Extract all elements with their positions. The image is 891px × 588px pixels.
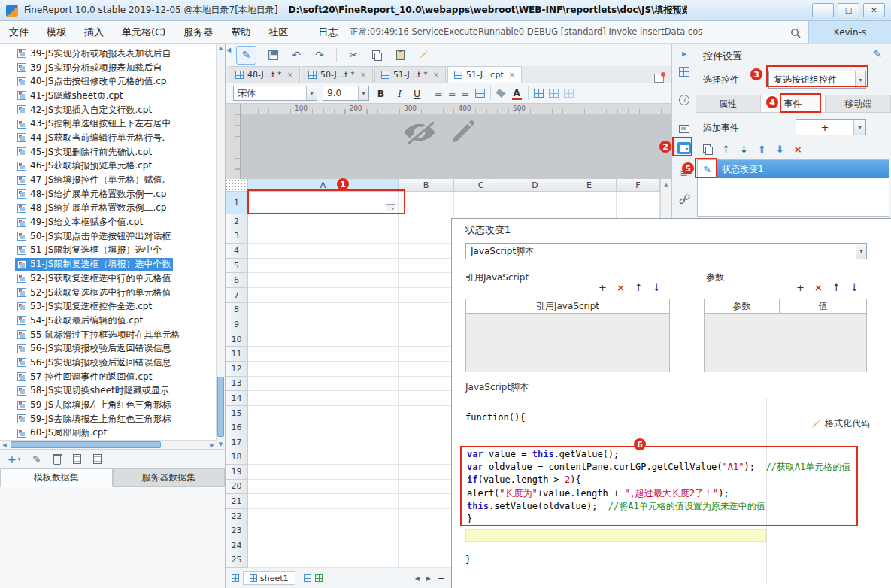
grid-cell[interactable] (248, 480, 399, 495)
scrollbar-thumb[interactable] (11, 441, 161, 448)
row-header[interactable]: 4 (226, 244, 248, 259)
font-family-select[interactable]: 宋体 ▾ (233, 86, 317, 101)
grid-cell[interactable] (248, 538, 399, 553)
document-tab[interactable]: 51-J...t *× (374, 66, 446, 83)
insert-chart-sheet-button[interactable] (315, 574, 323, 582)
insert-report-sheet-button[interactable] (304, 574, 311, 582)
column-header[interactable]: C (454, 179, 508, 192)
close-button[interactable]: ✕ (863, 3, 885, 17)
underline-button[interactable]: U (411, 88, 423, 99)
row-header[interactable]: 22 (226, 509, 248, 524)
grid-cell[interactable] (248, 273, 399, 288)
row-header[interactable]: 23 (226, 523, 248, 538)
event-item[interactable]: ✎状态改变1 (698, 160, 889, 178)
user-account-button[interactable]: Kevin-s (808, 21, 891, 44)
grid-cell[interactable] (248, 465, 399, 480)
move-up-button[interactable]: ↑ (722, 144, 730, 155)
tree-vertical-scrollbar[interactable]: ▲ ▼ (216, 44, 225, 449)
border-outline-button[interactable] (549, 89, 559, 98)
tree-item[interactable]: 55-鼠标滑过下拉框选项时在其单元格 (0, 328, 217, 342)
row-header[interactable]: 6 (226, 273, 248, 288)
tree-item[interactable]: 53-JS实现复选框控件全选.cpt (0, 299, 217, 314)
grid-cell[interactable] (248, 362, 399, 377)
row-header[interactable]: 19 (226, 465, 248, 480)
font-color-button[interactable]: A (511, 88, 523, 99)
widget-type-dropdown[interactable]: 复选按钮组控件 ▾ (768, 71, 866, 89)
table-body[interactable] (466, 314, 669, 372)
scroll-down-icon[interactable]: ▼ (217, 440, 225, 449)
grid-cell[interactable] (399, 303, 454, 318)
edit-event-icon[interactable]: ✎ (698, 160, 717, 178)
row-header[interactable]: 7 (226, 288, 248, 303)
grid-cell[interactable] (248, 229, 399, 244)
scroll-up-icon[interactable]: ▲ (661, 179, 671, 190)
tree-item[interactable]: 50-JS实现点击单选按钮弹出对话框 (0, 229, 217, 244)
fill-color-button[interactable] (496, 89, 506, 98)
row-header[interactable]: 1 (226, 192, 248, 214)
format-code-button[interactable]: 格式化代码 (811, 417, 870, 430)
menu-item[interactable]: 单元格(C) (113, 26, 174, 39)
tree-item[interactable]: 60-JS局部刷新.cpt (0, 426, 217, 441)
grid-cell[interactable] (248, 214, 399, 229)
column-header[interactable]: F (617, 179, 660, 192)
float-element-icon[interactable] (675, 120, 693, 137)
tree-item[interactable]: 51-JS限制复选框（填报）选中个 (0, 244, 217, 258)
grid-cell[interactable] (399, 214, 454, 229)
grid-cell[interactable] (248, 317, 399, 332)
tab-list-icon[interactable] (654, 74, 664, 83)
grid-cell[interactable] (399, 362, 454, 377)
tree-item[interactable]: 59-JS去除填报左上角红色三角形标 (0, 398, 217, 412)
row-header[interactable]: 13 (226, 377, 248, 392)
tree-item[interactable]: 56-JS实现填报校验后返回错误信息 (0, 341, 217, 356)
row-header[interactable]: 5 (226, 259, 248, 274)
grid-cell[interactable] (399, 480, 454, 495)
add-reference-button[interactable]: + (599, 282, 607, 293)
column-header[interactable]: A (248, 179, 399, 192)
document-tab[interactable]: 48-J...t *× (229, 66, 300, 83)
event-type-dropdown[interactable]: JavaScript脚本 ▾ (465, 243, 867, 259)
grid-cell[interactable] (399, 317, 454, 332)
border-all-button[interactable] (534, 89, 544, 98)
edit-dataset-button[interactable]: ✎ (32, 453, 41, 465)
close-tab-icon[interactable]: × (287, 71, 293, 79)
tree-horizontal-scrollbar[interactable]: ◀ ▶ (0, 440, 217, 449)
maximize-button[interactable]: □ (838, 3, 859, 17)
script-code-editor[interactable]: var value = this.getValue();var oldvalue… (460, 446, 858, 526)
grid-cell[interactable] (399, 509, 454, 524)
tree-item[interactable]: 41-JS隐藏sheet页.cpt (0, 89, 217, 103)
batch-edit-dataset-button[interactable] (93, 454, 102, 464)
document-tab[interactable]: 51-J...cpt× (447, 66, 522, 83)
grid-cell[interactable] (248, 420, 399, 435)
widget-settings-icon[interactable]: ▾ (675, 140, 693, 156)
cell-element-icon[interactable] (675, 63, 693, 80)
grid-cell[interactable] (399, 377, 454, 392)
grid-cell[interactable] (248, 377, 399, 392)
menu-item[interactable]: 模板 (38, 26, 75, 39)
row-header[interactable]: 21 (226, 494, 248, 509)
grid-cell[interactable] (399, 244, 454, 259)
grid-cell[interactable] (248, 523, 399, 538)
template-edit-icon[interactable]: ✎ (236, 46, 256, 65)
edit-widget-icon[interactable]: ✎ (873, 48, 882, 60)
grid-cell[interactable] (399, 553, 454, 568)
grid-cell[interactable] (248, 494, 399, 509)
sheet-tab[interactable]: sheet1 (243, 571, 295, 585)
tree-item[interactable]: 51-JS限制复选框（填报）选中个数 (0, 257, 217, 271)
splitter-collapse-icon[interactable]: − (438, 573, 445, 583)
dataset-tab[interactable]: 模板数据集 (0, 468, 113, 487)
grid-cell[interactable] (399, 435, 454, 450)
grid-cell[interactable] (454, 192, 508, 214)
param-up-button[interactable]: ↑ (832, 282, 841, 293)
document-tab[interactable]: 50-J...t *× (302, 66, 373, 83)
align-right-button[interactable]: ≡ (462, 88, 470, 99)
tree-item[interactable]: 40-JS点击按钮修改单元格的值.cp (0, 74, 217, 89)
grid-cell[interactable]: ▾ (248, 192, 399, 214)
grid-cell[interactable] (399, 273, 454, 288)
row-header[interactable]: 24 (226, 538, 248, 553)
row-header[interactable]: 15 (226, 406, 248, 421)
italic-button[interactable]: I (392, 88, 405, 99)
grid-cell[interactable] (248, 406, 399, 421)
row-header[interactable]: 14 (226, 391, 248, 406)
grid-cell[interactable] (248, 288, 399, 303)
column-header[interactable]: E (562, 179, 617, 192)
